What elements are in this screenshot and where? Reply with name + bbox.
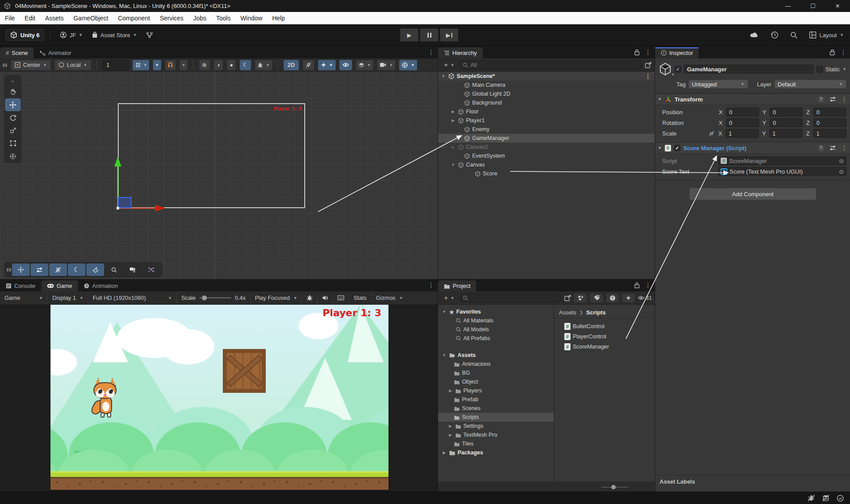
menu-gameobject[interactable]: GameObject [69,12,113,24]
expander-icon[interactable]: ▶ [448,388,453,393]
hierarchy-item-eventsystem[interactable]: EventSystem [438,151,655,160]
asset-store-dropdown[interactable]: Asset Store▼ [87,31,141,39]
search-by-label-button[interactable] [590,293,603,303]
presets-icon[interactable] [830,145,836,151]
tab-game[interactable]: Game [41,280,78,291]
tab-console[interactable]: Console [0,280,41,291]
grid-snap-caret[interactable]: ▼ [153,60,161,70]
rotation-z-field[interactable]: 0 [813,118,846,127]
overlay-drag-handle[interactable]: ▮▮ [7,269,11,271]
rect-tool-button[interactable] [5,137,21,150]
component-kebab[interactable]: ⋮ [841,144,847,151]
packages-root[interactable]: ▶Packages [438,448,554,457]
picker-window-icon[interactable] [645,62,652,68]
overlay-particles-button[interactable] [86,264,104,276]
project-search-input[interactable] [459,294,562,302]
search-button[interactable] [790,31,798,39]
hierarchy-item-enemy[interactable]: Enemy [438,125,655,134]
shading-wireframe-button[interactable]: ⊕ [199,60,210,70]
stats-button[interactable]: Stats [349,291,372,304]
hierarchy-item-player1[interactable]: ▶Player1 [438,116,655,125]
folder-textmesh-pro[interactable]: ▶TextMesh Pro [438,430,554,439]
lock-icon[interactable] [634,49,640,55]
menu-tools[interactable]: Tools [211,12,236,24]
position-x-field[interactable]: 0 [726,108,759,116]
folder-object[interactable]: Object [438,377,554,386]
score-manager-header[interactable]: ▼ # ✓ Score Manager (Script) ? ⋮ [655,142,850,154]
hidden-count-button[interactable]: 31 [638,295,652,301]
folder-animacions[interactable]: Animacions [438,360,554,368]
expander-icon[interactable]: ▶ [448,433,453,437]
expander-icon[interactable]: ▶ [442,450,447,455]
rotate-tool-button[interactable] [5,111,21,124]
scene-visibility-button[interactable] [339,60,352,70]
tab-hierarchy[interactable]: Hierarchy [438,47,483,58]
overlay-shuffle-button[interactable] [142,264,160,276]
folder-bg[interactable]: BG [438,368,554,377]
tools-drag-handle[interactable]: ━ [5,79,21,84]
scale-y-field[interactable]: 1 [769,129,803,138]
version-control-button[interactable] [141,31,158,39]
gameobject-name-field[interactable]: GameManager [684,65,814,74]
hierarchy-item-floor[interactable]: ▶Floor [438,107,655,116]
cloud-button[interactable] [749,31,759,39]
lighting-toggle-button[interactable]: ☾ [240,60,251,70]
play-button[interactable]: ▶ [400,28,419,42]
menu-services[interactable]: Services [155,12,189,24]
menu-help[interactable]: Help [267,12,290,24]
favorite-all-prefabs[interactable]: All Prefabs [438,334,554,343]
debug-bug-button[interactable]: ▼ [255,60,272,70]
scale-x-field[interactable]: 1 [726,129,759,138]
folder-scripts[interactable]: Scripts [438,413,554,422]
play-focused-dropdown[interactable]: Play Focused▼ [250,291,303,304]
layout-dropdown[interactable]: Layout▼ [809,31,844,39]
overlay-move-button[interactable] [12,264,30,276]
hierarchy-item-main-camera[interactable]: Main Camera [438,81,655,89]
score-text-object-field[interactable]: T Score (Text Mesh Pro UGUI) ⊙ [718,167,846,176]
pivot-mode-button[interactable]: Center▼ [11,60,51,70]
hierarchy-item-canvas2[interactable]: ▶Canvas2 [438,143,655,151]
file-playercontrol[interactable]: #PlayerControl [555,331,655,341]
tab-animation[interactable]: Animation [78,280,124,291]
scene-camera-button[interactable]: ▼ [377,60,396,70]
object-picker-icon[interactable]: ⊙ [839,158,844,164]
scale-slider[interactable] [199,297,231,299]
cache-server-icon[interactable] [822,495,830,501]
expander-icon[interactable]: ▶ [450,145,456,149]
toolbar-drag-handle[interactable]: ▮▮ [3,64,7,66]
hand-tool-button[interactable] [5,85,21,98]
hierarchy-item-global-light[interactable]: Global Light 2D [438,89,655,98]
scene-viewport[interactable]: Player 1: 3 ━ [0,72,438,279]
hierarchy-item-score[interactable]: Score [438,169,655,178]
scene-row-kebab[interactable]: ⋮ [645,73,655,80]
scale-z-field[interactable]: 1 [813,129,846,138]
gizmos-globe-button[interactable]: ▼ [399,60,417,70]
scene-menu-kebab[interactable]: ⋮ [428,49,434,56]
scene-lighting-button[interactable] [303,60,314,70]
mode-2d-button[interactable]: 2D [283,60,299,70]
favorite-all-models[interactable]: All Models [438,325,554,334]
project-menu-kebab[interactable]: ⋮ [645,282,651,289]
account-dropdown[interactable]: JF▼ [55,31,87,39]
game-viewport[interactable]: Player 1: 3 [0,305,438,492]
menu-component[interactable]: Component [113,12,155,24]
favorites-header[interactable]: ▼★Favorites [438,307,554,316]
folder-scenes[interactable]: Scenes [438,404,554,413]
component-enabled-checkbox[interactable]: ✓ [674,145,680,151]
gameobject-cube-icon[interactable]: ▼ [659,62,672,76]
expander-icon[interactable]: ▶ [450,109,456,114]
overlay-measure-button[interactable] [49,264,67,276]
project-add-button[interactable]: ＋▼ [441,294,456,302]
menu-jobs[interactable]: Jobs [188,12,211,24]
overlay-zoom-button[interactable] [105,264,123,276]
file-bulletcontrol[interactable]: #BulletControl [555,321,655,331]
breadcrumb-scripts[interactable]: Scripts [586,309,605,316]
snap-magnet-button[interactable] [165,60,176,70]
hierarchy-menu-kebab[interactable]: ⋮ [645,49,651,56]
link-icon[interactable] [708,131,715,136]
add-component-button[interactable]: Add Component [689,188,816,200]
folder-tiles[interactable]: Tiles [438,439,554,448]
folder-settings[interactable]: ▶Settings [438,422,554,430]
hierarchy-scene-row[interactable]: ▼ SampleScene* ⋮ [438,72,655,81]
progress-ok-icon[interactable] [837,495,844,502]
